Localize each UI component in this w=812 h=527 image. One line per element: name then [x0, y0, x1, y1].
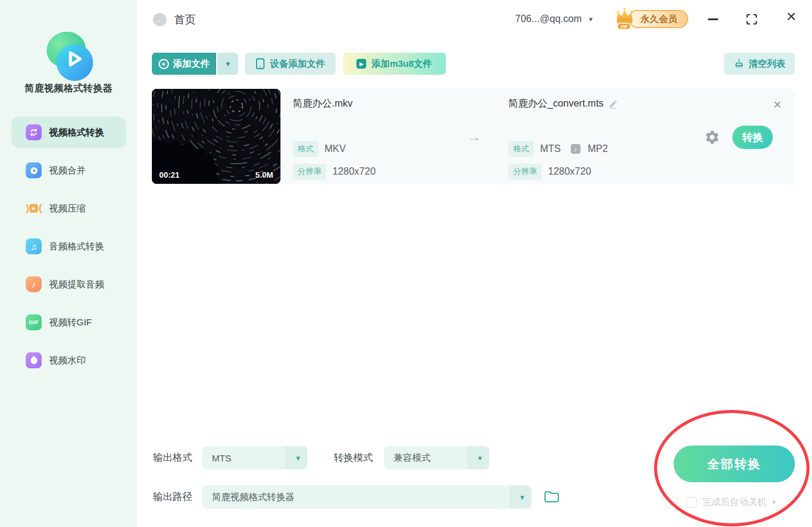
add-file-label: 添加文件: [173, 58, 210, 70]
arrow-right-icon: →: [467, 128, 481, 145]
vip-crown-icon: VIP: [614, 7, 636, 31]
sidebar-item-label: 视频水印: [49, 355, 86, 366]
output-path-select[interactable]: 简鹿视频格式转换器 ▾: [202, 485, 532, 509]
video-thumbnail[interactable]: 00:21 5.0M: [152, 89, 280, 184]
app-logo: [44, 32, 93, 83]
sidebar-item-video-watermark[interactable]: 视频水印: [11, 344, 126, 376]
video-convert-icon: [26, 124, 42, 140]
chevron-down-icon: ▾: [520, 493, 524, 502]
video-watermark-icon: [26, 352, 42, 368]
output-path-label: 输出路径: [153, 485, 192, 509]
target-resolution-row: 分辨率 1280x720: [508, 164, 591, 180]
vip-label: 永久会员: [628, 10, 688, 28]
chevron-down-icon: ▾: [296, 453, 300, 463]
sidebar-item-label: 视频转GIF: [49, 317, 92, 328]
clear-list-button[interactable]: 清空列表: [724, 53, 795, 75]
file-settings-button[interactable]: [704, 129, 720, 145]
convert-mode-value: 兼容模式: [394, 452, 430, 464]
output-format-label: 输出格式: [153, 446, 192, 469]
sidebar-item-label: 视频提取音频: [49, 279, 104, 290]
play-icon: [60, 45, 87, 72]
maximize-icon: [746, 14, 757, 25]
resolution-badge: 分辨率: [293, 164, 326, 180]
vip-badge[interactable]: VIP 永久会员: [614, 7, 688, 31]
sidebar-item-audio-convert[interactable]: ♫ 音频格式转换: [11, 230, 126, 262]
video-compress-icon: )▶(: [26, 200, 42, 216]
format-badge: 格式: [293, 141, 318, 157]
remove-file-button[interactable]: ×: [773, 98, 781, 112]
chevron-down-icon[interactable]: ▾: [772, 498, 776, 506]
sidebar-item-label: 音频格式转换: [49, 241, 104, 252]
account-caret-icon[interactable]: ▾: [589, 15, 593, 23]
extract-audio-icon: ♪: [26, 276, 42, 292]
add-from-device-button[interactable]: 设备添加文件: [245, 53, 336, 75]
target-file-name-row: 简鹿办公_convert.mts: [508, 97, 618, 110]
source-resolution-row: 分辨率 1280x720: [293, 164, 375, 180]
add-from-device-label: 设备添加文件: [270, 58, 325, 70]
sidebar-item-label: 视频合并: [49, 165, 86, 176]
convert-button[interactable]: 转换: [732, 126, 773, 149]
output-format-select[interactable]: MTS ▾: [202, 446, 307, 469]
maximize-button[interactable]: [746, 14, 757, 27]
broom-icon: [734, 58, 745, 69]
add-m3u8-label: 添加m3u8文件: [371, 58, 432, 70]
sidebar-item-video-merge[interactable]: 视频合并: [11, 154, 126, 186]
video-to-gif-icon: GIF: [26, 314, 42, 330]
output-format-value: MTS: [212, 453, 231, 463]
auto-shutdown-row: 完成后自动关机 ▾: [686, 496, 776, 508]
plus-icon: +: [159, 59, 169, 69]
source-format-value: MKV: [325, 143, 346, 154]
back-button[interactable]: ←: [153, 13, 167, 26]
target-resolution-value: 1280x720: [548, 166, 591, 177]
sidebar-item-label: 视频压缩: [49, 203, 86, 214]
chevron-down-icon: ▾: [226, 59, 230, 68]
sidebar-item-video-compress[interactable]: )▶( 视频压缩: [11, 192, 126, 224]
app-window: 简鹿视频格式转换器 视频格式转换 视频合并 )▶( 视频压缩: [0, 0, 812, 527]
account-email[interactable]: 706...@qq.com: [508, 13, 582, 25]
add-m3u8-button[interactable]: ▶ 添加m3u8文件: [343, 53, 446, 75]
source-file-name: 简鹿办公.mkv: [293, 97, 353, 110]
sidebar-item-video-convert[interactable]: 视频格式转换: [11, 116, 126, 148]
sidebar-item-video-to-gif[interactable]: GIF 视频转GIF: [11, 306, 126, 338]
target-format-row: 格式 MTS ♪ MP2: [508, 141, 608, 157]
convert-mode-label: 转换模式: [334, 446, 373, 469]
auto-shutdown-label: 完成后自动关机: [702, 496, 767, 508]
clear-list-label: 清空列表: [749, 58, 786, 70]
phone-icon: [255, 58, 265, 69]
audio-convert-icon: ♫: [26, 238, 42, 254]
source-resolution-value: 1280x720: [333, 166, 375, 177]
resolution-badge: 分辨率: [508, 164, 542, 180]
minimize-button[interactable]: [708, 18, 718, 20]
sidebar-menu: 视频格式转换 视频合并 )▶( 视频压缩 ♫ 音频格式转换 ♪ 视频提取音频: [11, 116, 126, 382]
target-format-value: MTS: [540, 143, 561, 154]
source-format-row: 格式 MKV: [293, 141, 346, 157]
add-file-button[interactable]: + 添加文件: [152, 53, 216, 75]
m3u8-file-icon: ▶: [356, 59, 366, 69]
folder-icon: [544, 489, 560, 504]
video-merge-icon: [26, 162, 42, 178]
format-badge: 格式: [508, 141, 534, 157]
convert-mode-select[interactable]: 兼容模式 ▾: [384, 446, 489, 469]
target-audio-format-value: MP2: [588, 143, 608, 154]
audio-note-icon: ♪: [571, 144, 581, 154]
gear-icon: [704, 129, 720, 145]
page-title: 首页: [174, 12, 196, 27]
app-title: 简鹿视频格式转换器: [0, 82, 137, 95]
add-file-dropdown-button[interactable]: ▾: [217, 53, 238, 75]
auto-shutdown-checkbox[interactable]: [686, 497, 697, 508]
video-duration: 00:21: [159, 170, 179, 180]
open-folder-button[interactable]: [544, 489, 560, 506]
file-row: 00:21 5.0M 简鹿办公.mkv 格式 MKV 分辨率 1280x720 …: [152, 89, 795, 184]
back-arrow-icon: ←: [156, 15, 164, 25]
close-button[interactable]: ×: [786, 8, 796, 25]
target-file-name: 简鹿办公_convert.mts: [508, 97, 604, 110]
output-path-value: 简鹿视频格式转换器: [212, 491, 295, 503]
sidebar-item-label: 视频格式转换: [49, 127, 104, 138]
video-size: 5.0M: [255, 170, 273, 180]
edit-pencil-icon[interactable]: [609, 99, 618, 108]
convert-all-button[interactable]: 全部转换: [674, 445, 795, 482]
sidebar: 简鹿视频格式转换器 视频格式转换 视频合并 )▶( 视频压缩: [0, 0, 137, 527]
chevron-down-icon: ▾: [478, 453, 482, 463]
svg-text:VIP: VIP: [620, 25, 628, 29]
sidebar-item-extract-audio[interactable]: ♪ 视频提取音频: [11, 268, 126, 300]
